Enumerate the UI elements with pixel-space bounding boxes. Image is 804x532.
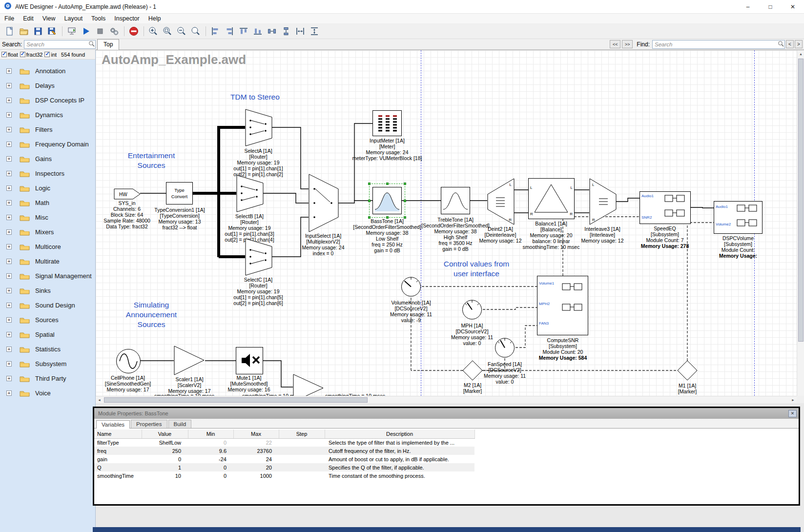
menu-tools[interactable]: Tools	[87, 15, 110, 22]
module-m2-marker[interactable]	[462, 360, 483, 381]
filter-int[interactable]: int	[44, 52, 57, 58]
sidebar-item-dynamics[interactable]: +Dynamics	[0, 107, 95, 122]
module-dspcvolume[interactable]: Audio1Volume2	[714, 201, 763, 234]
vertical-scrollbar[interactable]: ▲ ▼	[797, 50, 804, 403]
distribute-vertical-button[interactable]	[279, 25, 292, 38]
checkbox-icon[interactable]	[20, 52, 25, 57]
sidebar-item-logic[interactable]: +Logic	[0, 181, 95, 195]
module-selectb[interactable]	[236, 175, 264, 212]
sidebar-item-sound-design[interactable]: +Sound Design	[0, 298, 95, 312]
sidebar-item-gains[interactable]: +Gains	[0, 151, 95, 166]
module-mph-dial[interactable]	[461, 299, 483, 320]
expand-icon[interactable]: +	[6, 332, 12, 337]
expand-icon[interactable]: +	[6, 112, 12, 118]
tab-scroll-left-button[interactable]: <	[786, 40, 794, 48]
find-prev-button[interactable]: <<	[610, 40, 620, 48]
sidebar-item-math[interactable]: +Math	[0, 195, 95, 210]
expand-icon[interactable]: +	[6, 127, 12, 132]
scroll-right-icon[interactable]: ►	[789, 396, 797, 403]
menu-edit[interactable]: Edit	[19, 15, 38, 22]
sidebar-item-misc[interactable]: +Misc	[0, 210, 95, 225]
sidebar-item-multicore[interactable]: +Multicore	[0, 239, 95, 254]
sidebar-item-frequency-domain[interactable]: +Frequency Domain	[0, 137, 95, 151]
sidebar-item-delays[interactable]: +Delays	[0, 78, 95, 93]
expand-icon[interactable]: +	[6, 303, 12, 308]
horizontal-scroll-thumb[interactable]	[104, 397, 368, 403]
build-settings-button[interactable]	[107, 25, 121, 38]
panel-close-button[interactable]: ✕	[788, 410, 797, 417]
column-header-min[interactable]: Min	[188, 430, 233, 438]
canvas-tab-top[interactable]: Top	[97, 39, 119, 50]
var-row-Q[interactable]: Q1020Specifies the Q of the filter, if a…	[94, 463, 474, 471]
sidebar-item-sources[interactable]: +Sources	[0, 312, 95, 327]
align-bottom-button[interactable]	[251, 25, 264, 38]
sidebar-item-annotation[interactable]: +Annotation	[0, 63, 95, 78]
var-row-smoothingTime[interactable]: smoothingTime1001000Time constant of the…	[94, 471, 474, 480]
expand-icon[interactable]: +	[6, 68, 12, 74]
zoom-in-button[interactable]	[146, 25, 160, 38]
sidebar-item-signal-management[interactable]: +Signal Management	[0, 268, 95, 283]
align-right-button[interactable]	[223, 25, 236, 38]
panel-tab-properties[interactable]: Properties	[131, 420, 167, 428]
expand-icon[interactable]: +	[6, 215, 12, 220]
checkbox-icon[interactable]	[44, 52, 50, 57]
sidebar-item-subsystem[interactable]: +Subsystem	[0, 356, 95, 371]
expand-icon[interactable]: +	[6, 376, 12, 381]
sidebar-item-statistics[interactable]: +Statistics	[0, 342, 95, 356]
expand-icon[interactable]: +	[6, 229, 12, 235]
expand-icon[interactable]: +	[6, 185, 12, 191]
new-file-button[interactable]	[3, 25, 16, 38]
scroll-up-icon[interactable]: ▲	[797, 50, 804, 58]
design-canvas[interactable]: AutoAmp_Example.awd TDM to Stereo Entert…	[96, 50, 804, 403]
module-scaler1[interactable]	[174, 346, 205, 376]
module-computesnr[interactable]: Volume1MPH2FAN3	[537, 276, 588, 335]
sidebar-item-multirate[interactable]: +Multirate	[0, 254, 95, 268]
expand-icon[interactable]: +	[6, 98, 12, 103]
sidebar-item-sinks[interactable]: +Sinks	[0, 283, 95, 298]
column-header-description[interactable]: Description	[325, 430, 474, 438]
scroll-left-icon[interactable]: ◄	[96, 396, 103, 403]
module-sys-in[interactable]: HW	[114, 188, 141, 200]
minimize-button[interactable]: –	[737, 0, 759, 13]
open-file-button[interactable]	[17, 25, 30, 38]
save-as-button[interactable]	[45, 25, 59, 38]
expand-icon[interactable]: +	[6, 200, 12, 205]
module-search-input[interactable]	[24, 41, 88, 48]
sidebar-item-dsp-concepts-ip[interactable]: +DSP Concepts IP	[0, 93, 95, 107]
checkbox-icon[interactable]	[1, 52, 7, 57]
var-row-filterType[interactable]: filterTypeShelfLow022Selects the type of…	[94, 438, 474, 447]
sidebar-item-third-party[interactable]: +Third Party	[0, 371, 95, 386]
expand-icon[interactable]: +	[6, 83, 12, 88]
column-header-step[interactable]: Step	[279, 430, 325, 438]
align-left-button[interactable]	[208, 25, 222, 38]
module-typeconversion[interactable]: TypeConvert	[166, 182, 193, 205]
module-balance1[interactable]: LRLR	[528, 178, 575, 219]
module-deint2[interactable]: LR	[487, 178, 515, 225]
sidebar-item-inspectors[interactable]: +Inspectors	[0, 166, 95, 181]
space-vertical-button[interactable]	[308, 25, 321, 38]
sidebar-item-spatial[interactable]: +Spatial	[0, 327, 95, 342]
stop-button[interactable]	[93, 25, 106, 38]
expand-icon[interactable]: +	[6, 156, 12, 162]
menu-help[interactable]: Help	[144, 15, 165, 22]
menu-inspector[interactable]: Inspector	[110, 15, 144, 22]
expand-icon[interactable]: +	[6, 142, 12, 147]
menu-file[interactable]: File	[0, 15, 19, 22]
tab-scroll-right-button[interactable]: >	[795, 40, 803, 48]
sidebar-item-filters[interactable]: +Filters	[0, 122, 95, 137]
expand-icon[interactable]: +	[6, 347, 12, 352]
filter-float[interactable]: float	[1, 52, 18, 58]
halt-audio-button[interactable]	[127, 25, 140, 38]
sidebar-item-voice[interactable]: +Voice	[0, 386, 95, 400]
column-header-value[interactable]: Value	[142, 430, 188, 438]
run-button[interactable]	[79, 25, 92, 38]
module-cellphone[interactable]	[116, 348, 141, 374]
panel-tab-build[interactable]: Build	[168, 420, 192, 428]
expand-icon[interactable]: +	[6, 171, 12, 176]
module-selecta[interactable]	[245, 109, 272, 146]
find-next-button[interactable]: >>	[622, 40, 633, 48]
module-fanspeed-dial[interactable]	[494, 337, 515, 358]
var-row-gain[interactable]: gain0-2424Amount of boost or cut to appl…	[94, 455, 474, 463]
expand-icon[interactable]: +	[6, 288, 12, 293]
column-header-name[interactable]: Name	[94, 430, 142, 438]
